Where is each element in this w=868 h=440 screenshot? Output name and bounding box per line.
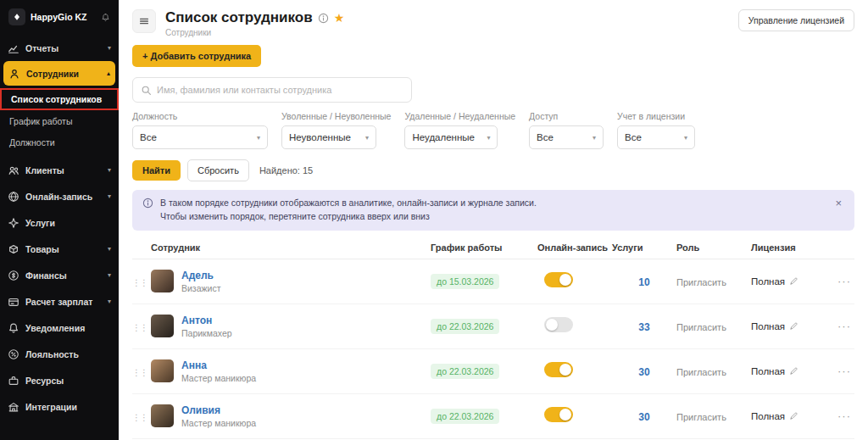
invite-link[interactable]: Пригласить (676, 367, 726, 377)
employee-name-link[interactable]: Антон (181, 315, 232, 326)
schedule-badge[interactable]: до 22.03.2026 (431, 319, 499, 334)
edit-license-icon[interactable] (789, 276, 798, 286)
sidebar-item-salary[interactable]: Расчет зарплат ▾ (0, 288, 119, 315)
page-title: Список сотрудников (165, 9, 313, 26)
sidebar-subitem-label: Должности (9, 137, 55, 148)
menu-toggle-button[interactable] (132, 9, 156, 33)
select-value: Неуволенные (289, 132, 351, 142)
table-row: ⋮⋮ Оливия Мастер маникюра до 22.03.2026 … (132, 394, 854, 439)
services-count-link[interactable]: 30 (638, 411, 649, 423)
sidebar-item-label: Лояльность (25, 349, 111, 359)
sidebar-header: HappyGio KZ (0, 0, 119, 35)
services-count-link[interactable]: 10 (638, 276, 649, 288)
online-booking-toggle[interactable] (544, 317, 573, 332)
employee-name-link[interactable]: Адель (181, 270, 220, 281)
invite-link[interactable]: Пригласить (676, 412, 726, 422)
drag-handle-icon[interactable]: ⋮⋮ (132, 413, 147, 422)
reset-button[interactable]: Сбросить (187, 159, 249, 181)
sidebar-bell-icon[interactable] (101, 13, 110, 22)
filter-deleted: Удаленные / Неудаленные Неудаленные ▾ (404, 111, 515, 149)
app-window: HappyGio KZ Отчеты ▾ Сотрудники ▴ Список… (0, 0, 868, 440)
filter-access: Доступ Все ▾ (529, 111, 604, 149)
deleted-select[interactable]: Неудаленные ▾ (404, 125, 498, 149)
banner-line-2: Чтобы изменить порядок, перетяните сотру… (160, 210, 537, 224)
sidebar-item-services[interactable]: Услуги (0, 209, 119, 236)
online-booking-toggle[interactable] (544, 272, 573, 287)
sidebar-item-employees[interactable]: Сотрудники ▴ (3, 61, 115, 86)
chevron-down-icon: ▾ (108, 246, 111, 253)
info-icon[interactable] (318, 13, 329, 24)
close-icon[interactable]: × (832, 197, 844, 209)
row-actions-button[interactable]: ··· (829, 320, 854, 332)
drag-handle-icon[interactable]: ⋮⋮ (132, 368, 147, 377)
add-employee-button[interactable]: + Добавить сотрудника (132, 45, 261, 67)
row-actions-button[interactable]: ··· (829, 365, 854, 377)
edit-license-icon[interactable] (789, 411, 798, 421)
search-input[interactable] (157, 85, 403, 95)
notifications-icon (8, 322, 19, 334)
license-select[interactable]: Все ▾ (617, 125, 695, 149)
filter-license: Учет в лицензии Все ▾ (617, 111, 695, 149)
filter-label: Должность (132, 111, 268, 121)
actions-row: Найти Сбросить Найдено: 15 (132, 159, 854, 181)
avatar (151, 404, 174, 427)
table-header-row: Сотрудник График работы Онлайн-запись Ус… (132, 237, 854, 259)
license-value: Полная (751, 411, 785, 421)
filter-label: Доступ (529, 111, 604, 121)
sidebar-item-clients[interactable]: Клиенты ▾ (0, 157, 119, 183)
sidebar-subitem-work-schedule[interactable]: График работы (0, 110, 119, 131)
schedule-badge[interactable]: до 22.03.2026 (431, 364, 499, 379)
invite-link[interactable]: Пригласить (676, 277, 726, 287)
sidebar-item-notifications[interactable]: Уведомления (0, 315, 119, 341)
employee-name-link[interactable]: Оливия (181, 404, 256, 416)
drag-handle-icon[interactable]: ⋮⋮ (132, 323, 147, 332)
license-management-button[interactable]: Управление лицензией (738, 9, 854, 31)
services-count-link[interactable]: 30 (638, 366, 649, 378)
goods-icon (8, 243, 19, 255)
edit-license-icon[interactable] (789, 321, 798, 331)
favorite-star-icon[interactable]: ★ (334, 11, 345, 25)
avatar (151, 315, 174, 337)
invite-link[interactable]: Пригласить (676, 322, 726, 332)
schedule-badge[interactable]: до 22.03.2026 (431, 409, 499, 424)
employee-name-link[interactable]: Анна (181, 359, 256, 371)
chevron-down-icon: ▾ (593, 134, 596, 142)
column-header-services: Услуги (612, 242, 676, 253)
sidebar-item-online-booking[interactable]: Онлайн-запись ▾ (0, 183, 119, 209)
title-block: Список сотрудников ★ Сотрудники (165, 9, 344, 37)
search-icon (141, 85, 152, 96)
chevron-down-icon: ▾ (487, 134, 490, 142)
services-count-link[interactable]: 33 (638, 321, 649, 333)
position-select[interactable]: Все ▾ (132, 125, 268, 149)
sidebar-item-finances[interactable]: Финансы ▾ (0, 262, 119, 288)
integrations-icon (8, 401, 19, 413)
sidebar-item-resources[interactable]: Ресурсы (0, 367, 119, 393)
edit-license-icon[interactable] (789, 366, 798, 376)
banner-line-1: В таком порядке сотрудники отображаются … (160, 197, 537, 210)
online-booking-toggle[interactable] (544, 407, 573, 422)
find-button[interactable]: Найти (132, 160, 181, 181)
sidebar-item-label: Финансы (25, 270, 102, 281)
info-icon (142, 198, 153, 209)
sidebar-item-reports[interactable]: Отчеты ▾ (0, 35, 119, 61)
schedule-badge[interactable]: до 15.03.2026 (431, 274, 499, 289)
chevron-down-icon: ▾ (108, 272, 111, 279)
chevron-up-icon: ▴ (107, 70, 110, 77)
chevron-down-icon: ▾ (108, 167, 111, 174)
finances-icon (8, 270, 19, 281)
sidebar-item-loyalty[interactable]: Лояльность (0, 341, 119, 367)
row-actions-button[interactable]: ··· (829, 275, 854, 287)
fired-select[interactable]: Неуволенные ▾ (281, 125, 376, 149)
avatar (151, 270, 174, 292)
page-content: + Добавить сотрудника Должность Все ▾ Ув… (119, 37, 868, 440)
sidebar-subitem-positions[interactable]: Должности (0, 131, 119, 153)
sidebar-item-integrations[interactable]: Интеграции (0, 393, 119, 420)
access-select[interactable]: Все ▾ (529, 125, 604, 149)
drag-handle-icon[interactable]: ⋮⋮ (132, 278, 147, 287)
row-actions-button[interactable]: ··· (829, 409, 854, 422)
sidebar-item-goods[interactable]: Товары ▾ (0, 236, 119, 262)
sidebar-subitem-label: График работы (9, 116, 72, 126)
filter-label: Удаленные / Неудаленные (404, 111, 515, 121)
sidebar-subitem-employee-list[interactable]: Список сотрудников (0, 88, 119, 110)
online-booking-toggle[interactable] (544, 362, 573, 377)
